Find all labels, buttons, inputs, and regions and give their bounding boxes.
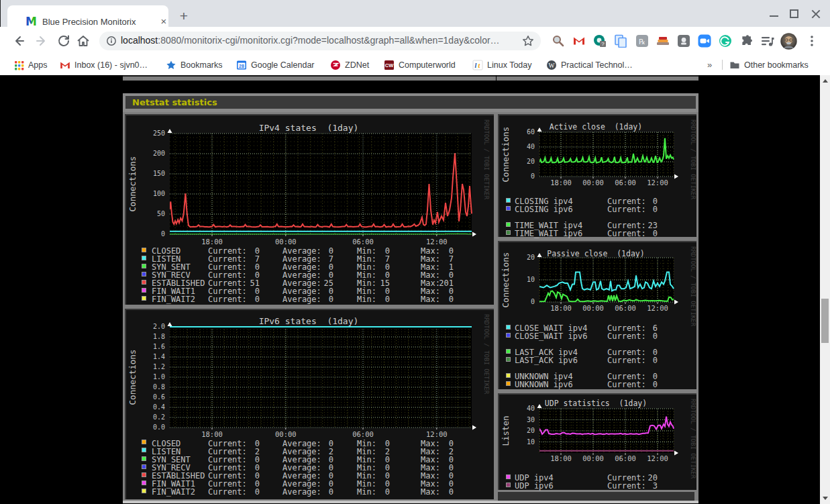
x-tick: 12:00 <box>641 305 674 311</box>
x-tick: 06:00 <box>346 431 380 438</box>
scrollbar-thumb[interactable] <box>821 299 829 343</box>
omnibox[interactable]: localhost:8080/monitorix-cgi/monitorix.c… <box>99 32 541 50</box>
wordpress-icon: W <box>546 60 557 70</box>
legend-row: CLOSEDCurrent:0Average:0Min:0Max:0 <box>126 439 492 447</box>
x-tick: 12:00 <box>420 238 454 245</box>
y-tick: 20 <box>508 427 535 434</box>
previous-graph-bottom-left <box>123 75 496 81</box>
x-tick: 06:00 <box>609 305 642 311</box>
apps-grid-icon <box>13 60 24 70</box>
chart-active: Active close (1day)020406018:0000:0006:0… <box>499 115 695 236</box>
graph-box-passive[interactable]: Passive close (1day)0102018:0000:0006:00… <box>496 239 698 391</box>
graph-box-active[interactable]: Active close (1day)020406018:0000:0006:0… <box>496 112 698 239</box>
y-tick: 10 <box>508 276 535 283</box>
media-queue-icon[interactable] <box>761 34 774 48</box>
grammarly-icon[interactable] <box>719 34 732 48</box>
bookmark-label: Linux Today <box>487 60 532 70</box>
window-close-icon[interactable] <box>811 9 820 18</box>
x-tick: 00:00 <box>576 455 610 462</box>
puzzle-extensions-icon[interactable] <box>740 34 754 48</box>
legend-row: TIME_WAIT ipv4Current:23 <box>499 221 695 229</box>
section-header: Netstat statistics <box>123 93 698 112</box>
legend-row: UNKNOWN ipv6Current:0 <box>499 380 695 388</box>
y-tick: 250 <box>138 130 165 137</box>
legend-row: CLOSE_WAIT ipv6Current:0 <box>499 332 695 340</box>
legend-label: CLOSING ipv6 <box>515 205 573 214</box>
y-axis-label: Listen <box>501 399 511 463</box>
legend-value: 0 <box>427 295 454 304</box>
x-tick: 00:00 <box>576 179 610 186</box>
menu-dots-icon[interactable] <box>811 34 813 48</box>
tab-close-icon[interactable]: × <box>158 16 169 27</box>
search-magnifier-icon[interactable] <box>552 34 565 48</box>
graph-box-udp[interactable]: UDP statistics (1day)1020304018:0000:000… <box>496 391 698 492</box>
bookmark-star-icon[interactable] <box>522 35 534 47</box>
legend-label: CLOSE_WAIT ipv6 <box>515 332 587 341</box>
legend-color-swatch <box>506 206 511 211</box>
x-tick: 12:00 <box>420 431 454 438</box>
legend-color-swatch <box>142 256 146 260</box>
section-title: Netstat statistics <box>132 97 217 107</box>
forward-icon[interactable] <box>34 34 49 48</box>
chart-ipv6: IPv6 states (1day)0.00.20.40.60.81.01.21… <box>126 310 492 498</box>
new-tab-button[interactable]: + <box>176 8 192 24</box>
reload-icon[interactable] <box>56 34 71 48</box>
legend-row: SYN_RECVCurrent:0Average:0Min:0Max:0 <box>126 463 492 471</box>
voice-badge-icon[interactable]: ? <box>593 34 607 48</box>
y-tick: 100 <box>138 191 165 197</box>
books-icon[interactable] <box>656 34 670 48</box>
window-maximize-icon[interactable] <box>790 9 798 18</box>
scrollbar-up-icon[interactable] <box>820 75 830 87</box>
url-text[interactable]: localhost:8080/monitorix-cgi/monitorix.c… <box>121 35 500 46</box>
bookmark-label: Practical Technol… <box>561 60 633 70</box>
zdnet-icon <box>330 60 341 70</box>
right-column-filler <box>496 492 698 501</box>
page-info-icon[interactable] <box>106 36 117 46</box>
legend-value: 0 <box>307 487 333 497</box>
browser-tab[interactable]: M Blue Precision Monitorix × <box>7 5 168 27</box>
svg-text:M: M <box>25 15 37 27</box>
legend-row: TIME_WAIT ipv6Current:0 <box>499 229 695 237</box>
legend-color-swatch <box>506 325 511 330</box>
folder-icon <box>729 60 740 70</box>
legend-color-swatch <box>506 198 511 203</box>
browser-toolbar: localhost:8080/monitorix-cgi/monitorix.c… <box>0 27 830 55</box>
y-axis-label: Connections <box>501 248 511 312</box>
y-axis-label: Connections <box>127 345 138 409</box>
svg-text:l: l <box>475 62 477 69</box>
tab-title: Blue Precision Monitorix <box>42 17 136 27</box>
legend-color-swatch <box>142 481 146 485</box>
profile-avatar[interactable] <box>780 33 797 50</box>
home-icon[interactable] <box>76 34 91 48</box>
computerworld-icon: CW <box>384 60 395 70</box>
gray-r-icon[interactable]: ℞ <box>635 34 649 48</box>
legend-row: FIN_WAIT1Current:0Average:0Min:0Max:0 <box>126 479 492 487</box>
graph-box-ipv4[interactable]: IPv4 states (1day)05010015020025018:0000… <box>123 112 496 307</box>
legend-value: 0 <box>427 487 454 497</box>
graph-box-ipv6[interactable]: IPv6 states (1day)0.00.20.40.60.81.01.21… <box>123 307 496 501</box>
legend-row: ESTABLISHEDCurrent:0Average:0Min:0Max:0 <box>126 471 492 479</box>
zoom-camera-icon[interactable] <box>698 34 711 48</box>
legend-value: 0 <box>631 356 658 365</box>
x-tick: 18:00 <box>195 431 229 438</box>
url-host: localhost <box>121 35 158 46</box>
svg-text:28: 28 <box>239 64 244 68</box>
legend-value: 0 <box>233 295 260 304</box>
x-tick: 18:00 <box>544 305 578 311</box>
window-minimize-icon[interactable] <box>770 9 778 17</box>
scrollbar-down-icon[interactable] <box>820 493 830 504</box>
y-tick: 1.6 <box>138 344 165 350</box>
legend-value: 0 <box>631 205 658 214</box>
legend-color-swatch <box>506 230 511 235</box>
reader-icon[interactable] <box>677 34 690 48</box>
legend-label: UNKNOWN ipv6 <box>515 380 573 389</box>
page-scrollbar[interactable] <box>820 75 830 504</box>
star-icon <box>166 60 176 70</box>
bookmarks-overflow-chevron[interactable]: » <box>707 60 712 70</box>
gmail-icon[interactable] <box>572 34 586 48</box>
y-tick: 1.8 <box>138 334 165 340</box>
copy-pages-icon[interactable] <box>614 34 627 48</box>
legend-color-swatch <box>506 483 511 487</box>
chart-passive: Passive close (1day)0102018:0000:0006:00… <box>499 242 695 388</box>
back-icon[interactable] <box>11 34 26 48</box>
